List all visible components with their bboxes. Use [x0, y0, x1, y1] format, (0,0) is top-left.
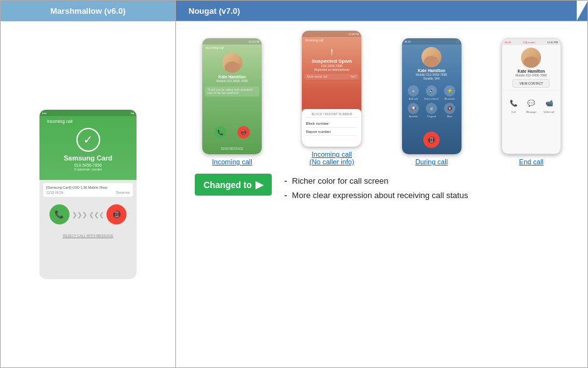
icon-extra-volume[interactable]: 🔊 Extra volume	[424, 85, 440, 100]
marshmallow-status-bar: ●●● ▼■	[39, 110, 137, 116]
phone2-sheet-title: BLOCK / REPORT NUMBER	[306, 112, 358, 118]
bullet-item-2: - More clear expression about receiving …	[284, 191, 468, 200]
phone3-contact-name: Kate Hamilton	[402, 68, 462, 73]
phone4-label: End call	[519, 158, 544, 166]
phone1-recent-msg: Thank you for taking such wonderful care…	[205, 87, 259, 97]
marshmallow-reject-msg[interactable]: REJECT CALL WITH MESSAGE	[43, 228, 133, 239]
changed-to-label: Changed to	[204, 180, 252, 190]
phone2-label: Incoming call (No caller info)	[309, 150, 354, 166]
changed-to-bullets: - Richer color for call screen - More cl…	[284, 174, 468, 200]
marshmallow-call-buttons: 📞 ❯❯❯ ❮❮❮ 📵	[43, 204, 133, 224]
marshmallow-card-info: [Samsung Card] USD 1.36 Mobile Shop 12/2…	[43, 183, 133, 197]
phone3-avatar	[421, 47, 441, 67]
phone3-status-bar: 00:20 🔊	[402, 38, 462, 45]
nougat-label: Nougat (v7.0)	[188, 6, 240, 16]
phone4-status-bar: 00:20 Call ended 12:45 PM	[502, 39, 560, 45]
phone1-label: Incoming call	[212, 158, 252, 166]
icon-add-call[interactable]: + Add call	[406, 85, 421, 100]
header-row: Marshmallow (v6.0) Nougat (v7.0)	[1, 1, 587, 21]
changed-to-arrow: Changed to	[195, 174, 272, 196]
nougat-panel: 12:32 PM Incoming call Kate Hamilton Mob…	[176, 21, 587, 367]
phone1-contact-number: Mobile 010-3456-7896	[202, 79, 262, 83]
phone1-contact-name: Kate Hamilton	[202, 75, 262, 79]
phone4-message-action[interactable]: 💬 Message	[524, 96, 538, 113]
phone-incoming-call: 12:32 PM Incoming call Kate Hamilton Mob…	[202, 38, 262, 166]
phone4-contact-number: Mobile 010-3456-7896	[502, 73, 560, 77]
phone1-reject-btn[interactable]: 📵	[237, 126, 250, 139]
marshmallow-header: Marshmallow (v6.0)	[1, 1, 176, 21]
phone-end-call: 00:20 Call ended 12:45 PM Kate Hamilton …	[502, 38, 561, 166]
bullet-item-1: - Richer color for call screen	[284, 176, 468, 186]
bullet-text-2: More clear expression about receiving ca…	[292, 191, 468, 200]
phone4-contact-name: Kate Hamilton	[502, 69, 560, 73]
phone2-spam-note: Reported as telemarketer	[302, 68, 361, 71]
phone2-block-number[interactable]: Block number	[306, 120, 358, 128]
marshmallow-reject-btn[interactable]: 📵	[106, 204, 126, 224]
phone2-spam-title: Suspected Spam	[302, 58, 361, 64]
phone-end-screen: 00:20 Call ended 12:45 PM Kate Hamilton …	[502, 38, 561, 154]
phone2-status-bar: 12:48 PM	[302, 31, 361, 37]
phone-incoming-screen: 12:32 PM Incoming call Kate Hamilton Mob…	[202, 38, 262, 154]
marshmallow-contact-name: Samsung Card	[39, 154, 137, 162]
phone4-avatar	[521, 48, 541, 68]
phone2-block-sheet: BLOCK / REPORT NUMBER Block number Repor…	[302, 109, 361, 147]
phone-during-call: 00:20 🔊 Kate Hamilton Mobile 010-3456-78…	[402, 38, 462, 166]
phone3-icons-grid: + Add call 🔊 Extra volume ⚡ Bluetooth	[402, 83, 462, 120]
phone1-accept-btn[interactable]: 📞	[214, 126, 227, 139]
icon-bluetooth[interactable]: ⚡ Bluetooth	[442, 85, 458, 100]
marshmallow-card-label: [Samsung Card] USD 1.36 Mobile Shop	[46, 186, 130, 189]
phone2-report-number[interactable]: Report number	[306, 128, 358, 136]
phone4-call-action[interactable]: 📞 Call	[507, 96, 520, 113]
marshmallow-card-date: 12/22 09:39 Tomorrow	[46, 191, 130, 194]
phone2-recent-call: More recent call Yes?	[304, 74, 359, 80]
phone3-location: Seattle, WA	[402, 76, 462, 80]
marshmallow-contact-number: 010-5456-7896	[39, 163, 137, 167]
nougat-phones-row: 12:32 PM Incoming call Kate Hamilton Mob…	[182, 28, 581, 169]
phone2-incoming-label: Incoming call	[302, 37, 361, 43]
main-container: Marshmallow (v6.0) Nougat (v7.0) ●●● ▼■ …	[0, 0, 588, 368]
phone1-avatar	[222, 53, 242, 73]
icon-mute[interactable]: 🔇 Mute	[442, 103, 458, 118]
phone-during-screen: 00:20 🔊 Kate Hamilton Mobile 010-3456-78…	[402, 38, 462, 154]
phone3-end-call-btn[interactable]: 📵	[402, 132, 462, 148]
phone4-view-contact-btn[interactable]: VIEW CONTACT	[512, 79, 550, 88]
phone4-video-action[interactable]: 📹 Video call	[542, 96, 556, 113]
phone1-action-buttons: 📞 📵	[202, 126, 262, 139]
marshmallow-label: Marshmallow (v6.0)	[51, 6, 126, 16]
phone-incoming-no-info: 12:48 PM Incoming call ! Suspected Spam …	[302, 31, 361, 166]
phone4-actions: 📞 Call 💬 Message 📹 Video call	[502, 93, 560, 116]
icon-speaker[interactable]: 📢 Speaker	[406, 103, 421, 118]
phone2-exclamation: !	[302, 47, 361, 57]
marshmallow-card-section: [Samsung Card] USD 1.36 Mobile Shop 12/2…	[39, 180, 137, 243]
marshmallow-check-circle: ✓	[76, 128, 100, 152]
phone1-send-msg[interactable]: SEND MESSAGE	[202, 147, 262, 150]
main-content: ●●● ▼■ Incoming call ✓ Samsung Card 010-…	[1, 21, 587, 367]
marshmallow-incoming-label: Incoming call	[39, 116, 137, 127]
nougat-header: Nougat (v7.0)	[176, 1, 587, 21]
phone3-label: During call	[415, 158, 448, 166]
phone1-status-bar: 12:32 PM	[202, 38, 262, 45]
marshmallow-panel: ●●● ▼■ Incoming call ✓ Samsung Card 010-…	[1, 21, 176, 367]
bullet-text-1: Richer color for call screen	[292, 176, 388, 186]
marshmallow-swipe-arrows: ❯❯❯	[72, 211, 87, 218]
phone1-incoming-label: Incoming call	[202, 45, 262, 51]
marshmallow-accept-btn[interactable]: 📞	[49, 204, 70, 224]
icon-keypad[interactable]: # Keypad	[424, 103, 440, 118]
phone-spam-screen: 12:48 PM Incoming call ! Suspected Spam …	[302, 31, 361, 147]
changed-to-section: Changed to - Richer color for call scree…	[182, 169, 581, 206]
marshmallow-contact-type: Customer center	[39, 167, 137, 171]
marshmallow-phone: ●●● ▼■ Incoming call ✓ Samsung Card 010-…	[39, 110, 137, 279]
